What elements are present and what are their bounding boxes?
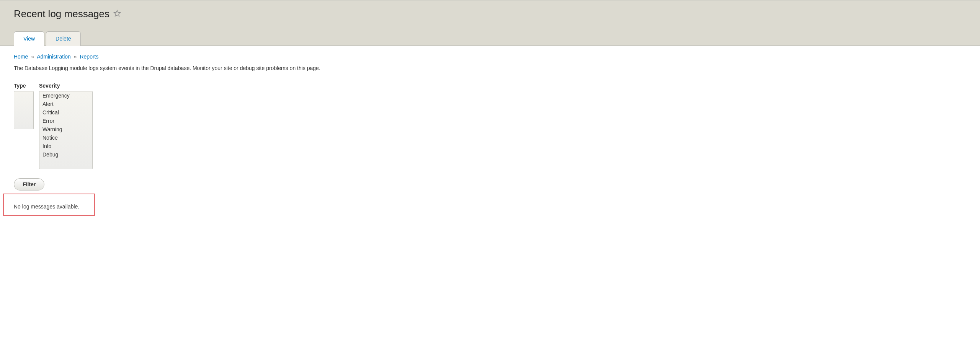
- breadcrumb-sep: »: [31, 54, 34, 60]
- tab-delete-label: Delete: [56, 36, 71, 42]
- filter-button[interactable]: Filter: [14, 178, 44, 190]
- severity-option-error[interactable]: Error: [39, 117, 92, 125]
- breadcrumb-home[interactable]: Home: [14, 54, 28, 60]
- header-region: Recent log messages View Delete: [0, 0, 980, 46]
- tab-view[interactable]: View: [14, 31, 44, 46]
- type-select[interactable]: [14, 91, 34, 129]
- filter-severity-label: Severity: [39, 83, 93, 89]
- tabs: View Delete: [14, 31, 980, 46]
- empty-message: No log messages available.: [14, 201, 84, 212]
- tab-delete[interactable]: Delete: [46, 31, 80, 46]
- severity-option-alert[interactable]: Alert: [39, 100, 92, 108]
- severity-option-warning[interactable]: Warning: [39, 125, 92, 133]
- favorite-star-icon[interactable]: [113, 10, 121, 18]
- tab-view-label: View: [23, 36, 35, 42]
- breadcrumb-administration[interactable]: Administration: [37, 54, 71, 60]
- severity-option-critical[interactable]: Critical: [39, 108, 92, 117]
- highlight-box: No log messages available.: [3, 194, 95, 216]
- severity-option-notice[interactable]: Notice: [39, 133, 92, 142]
- filter-severity-col: Severity Emergency Alert Critical Error …: [39, 83, 93, 169]
- filter-type-label: Type: [14, 83, 34, 89]
- filters: Type Severity Emergency Alert Critical E…: [14, 83, 966, 169]
- filter-button-label: Filter: [23, 181, 36, 187]
- page-title-row: Recent log messages: [14, 8, 980, 20]
- content-region: Home » Administration » Reports The Data…: [0, 46, 980, 223]
- page-description: The Database Logging module logs system …: [14, 65, 966, 71]
- breadcrumb-reports[interactable]: Reports: [80, 54, 98, 60]
- filter-type-col: Type: [14, 83, 34, 169]
- severity-option-debug[interactable]: Debug: [39, 150, 92, 159]
- breadcrumb: Home » Administration » Reports: [14, 54, 966, 60]
- svg-marker-0: [114, 10, 121, 16]
- severity-option-info[interactable]: Info: [39, 142, 92, 150]
- page-title: Recent log messages: [14, 8, 109, 20]
- breadcrumb-sep: »: [74, 54, 77, 60]
- severity-select[interactable]: Emergency Alert Critical Error Warning N…: [39, 91, 93, 169]
- severity-option-emergency[interactable]: Emergency: [39, 91, 92, 100]
